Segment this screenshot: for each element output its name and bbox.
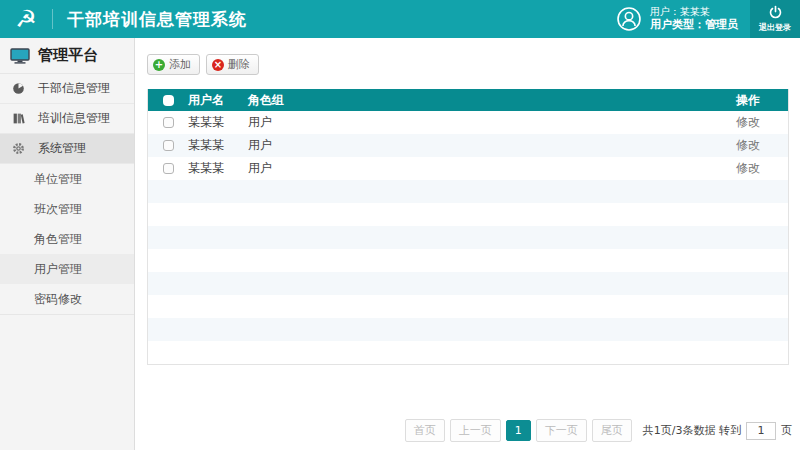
sidebar-subitem-password-change[interactable]: 密码修改 <box>0 284 134 314</box>
app-window: ☭ 干部培训信息管理系统 用户：某某某 用户类型：管理员 退出登录 <box>0 0 800 450</box>
row-checkbox[interactable] <box>163 140 174 151</box>
empty-row <box>148 318 788 341</box>
cell-role-group: 用户 <box>248 114 698 131</box>
gear-icon <box>12 142 25 155</box>
select-all-checkbox[interactable] <box>163 95 174 106</box>
cell-username: 某某某 <box>188 114 248 131</box>
column-header-username: 用户名 <box>188 92 248 109</box>
monitor-icon <box>10 48 30 64</box>
empty-row <box>148 295 788 318</box>
pie-chart-icon <box>12 82 25 95</box>
column-header-role-group: 角色组 <box>248 92 698 109</box>
user-info: 用户：某某某 用户类型：管理员 <box>650 5 738 33</box>
row-checkbox[interactable] <box>163 117 174 128</box>
pagination-summary: 共1页/3条数据 转到 <box>643 423 741 438</box>
sidebar-subitem-user-management[interactable]: 用户管理 <box>0 254 134 284</box>
sidebar-subitem-unit-management[interactable]: 单位管理 <box>0 164 134 194</box>
sidebar-item-system-management[interactable]: 系统管理 <box>0 134 134 164</box>
user-table: 用户名 角色组 操作 某某某 用户 修改 某某某 用户 修改 某某某 用户 修改 <box>147 89 789 365</box>
header-divider <box>52 9 53 29</box>
empty-row <box>148 180 788 203</box>
logout-button[interactable]: 退出登录 <box>750 0 800 38</box>
sidebar-item-label: 干部信息管理 <box>38 80 110 97</box>
user-type-label: 用户类型：管理员 <box>650 18 738 33</box>
delete-button[interactable]: × 删除 <box>206 54 259 75</box>
table-header-row: 用户名 角色组 操作 <box>148 89 788 111</box>
sidebar-subitem-class-management[interactable]: 班次管理 <box>0 194 134 224</box>
toolbar: + 添加 × 删除 <box>147 54 800 75</box>
user-name-label: 用户：某某某 <box>650 5 738 19</box>
sidebar-subitem-label: 班次管理 <box>34 201 82 218</box>
sidebar-item-label: 培训信息管理 <box>38 110 110 127</box>
last-page-button[interactable]: 尾页 <box>592 419 632 442</box>
empty-row <box>148 272 788 295</box>
table-row: 某某某 用户 修改 <box>148 157 788 180</box>
prev-page-button[interactable]: 上一页 <box>450 419 501 442</box>
page-unit-label: 页 <box>781 423 792 438</box>
table-row: 某某某 用户 修改 <box>148 111 788 134</box>
power-icon <box>768 5 783 20</box>
current-page-button[interactable]: 1 <box>506 420 531 441</box>
x-circle-icon: × <box>212 59 224 71</box>
modify-link[interactable]: 修改 <box>736 115 760 129</box>
user-circle-icon <box>616 6 642 32</box>
platform-label: 管理平台 <box>38 46 98 65</box>
column-header-actions: 操作 <box>698 92 788 109</box>
goto-page-input[interactable] <box>746 422 776 440</box>
hammer-sickle-icon: ☭ <box>0 0 52 38</box>
logout-label: 退出登录 <box>759 22 791 33</box>
add-button-label: 添加 <box>169 57 191 72</box>
sidebar-submenu: 单位管理 班次管理 角色管理 用户管理 密码修改 <box>0 164 134 315</box>
cell-username: 某某某 <box>188 137 248 154</box>
sidebar-platform-header: 管理平台 <box>0 38 134 74</box>
delete-button-label: 删除 <box>228 57 250 72</box>
row-checkbox[interactable] <box>163 163 174 174</box>
main-content: + 添加 × 删除 用户名 角色组 操作 某某某 用户 修改 <box>136 38 800 450</box>
empty-row <box>148 226 788 249</box>
first-page-button[interactable]: 首页 <box>405 419 445 442</box>
modify-link[interactable]: 修改 <box>736 138 760 152</box>
top-header: ☭ 干部培训信息管理系统 用户：某某某 用户类型：管理员 退出登录 <box>0 0 800 38</box>
sidebar-subitem-label: 单位管理 <box>34 171 82 188</box>
pagination: 首页 上一页 1 下一页 尾页 共1页/3条数据 转到 页 <box>405 419 792 442</box>
sidebar-item-label: 系统管理 <box>38 140 86 157</box>
book-icon <box>12 112 25 125</box>
add-button[interactable]: + 添加 <box>147 54 200 75</box>
plus-circle-icon: + <box>153 59 165 71</box>
sidebar: 管理平台 干部信息管理 培训信息管理 系统管理 <box>0 38 135 450</box>
empty-row <box>148 341 788 364</box>
empty-row <box>148 249 788 272</box>
table-row: 某某某 用户 修改 <box>148 134 788 157</box>
empty-table-rows <box>148 180 788 364</box>
cell-role-group: 用户 <box>248 160 698 177</box>
sidebar-subitem-label: 密码修改 <box>34 291 82 308</box>
app-title: 干部培训信息管理系统 <box>67 8 247 31</box>
cell-role-group: 用户 <box>248 137 698 154</box>
empty-row <box>148 203 788 226</box>
sidebar-subitem-role-management[interactable]: 角色管理 <box>0 224 134 254</box>
cell-username: 某某某 <box>188 160 248 177</box>
sidebar-subitem-label: 用户管理 <box>34 261 82 278</box>
header-user-area: 用户：某某某 用户类型：管理员 退出登录 <box>616 0 800 38</box>
sidebar-subitem-label: 角色管理 <box>34 231 82 248</box>
modify-link[interactable]: 修改 <box>736 161 760 175</box>
next-page-button[interactable]: 下一页 <box>536 419 587 442</box>
sidebar-item-training-info[interactable]: 培训信息管理 <box>0 104 134 134</box>
sidebar-item-cadre-info[interactable]: 干部信息管理 <box>0 74 134 104</box>
